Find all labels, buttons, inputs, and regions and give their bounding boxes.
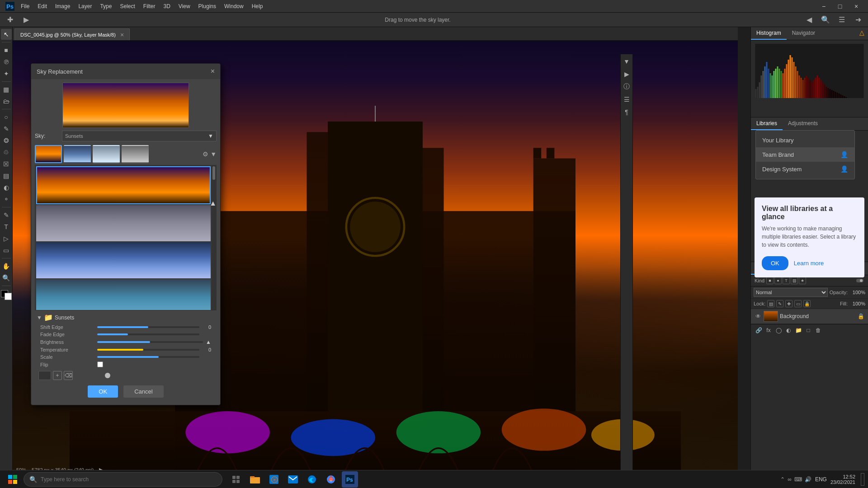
mail-button[interactable] [285,471,301,488]
menu-edit[interactable]: Edit [34,1,51,11]
paragraph-icon[interactable]: ¶ [621,107,632,117]
history-panel-icon[interactable]: ▼ [621,56,632,67]
shape-tool[interactable]: ▭ [1,245,12,256]
maximize-button[interactable]: □ [832,0,848,13]
navigator-tab[interactable]: Navigator [787,27,821,40]
brush-tool[interactable]: ✎ [1,123,12,134]
menu-type[interactable]: Type [96,1,115,11]
link-layers-icon[interactable]: 🔗 [755,326,763,334]
histogram-tab[interactable]: Histogram [751,27,787,40]
fade-edge-slider[interactable] [97,333,199,335]
lock-artboard-icon[interactable]: ▭ [794,300,802,307]
gradient-tool[interactable]: ▤ [1,170,12,181]
history-icon[interactable]: ◀ [803,14,816,26]
sky-thumb-overcast[interactable] [122,145,149,163]
network-icon[interactable]: ∞ [788,476,792,483]
dialog-close-button[interactable]: × [211,67,215,75]
edge-button[interactable] [304,471,320,488]
lock-position-icon[interactable]: ✚ [785,300,793,307]
sky-selected-item[interactable] [36,166,211,204]
add-mask-icon[interactable]: ◯ [774,326,783,334]
minimize-button[interactable]: − [816,0,832,13]
footer-slider-thumb[interactable] [105,373,110,378]
lasso-tool[interactable]: ℗ [1,56,12,67]
task-view-button[interactable] [228,471,244,488]
system-clock[interactable]: 12:52 23/02/2021 [830,474,855,485]
sound-icon[interactable]: 🔊 [805,476,811,483]
new-group-icon[interactable]: 📁 [794,326,802,334]
tab-close-button[interactable]: × [120,31,124,38]
scroll-up-button[interactable]: ▲ [209,199,217,207]
sky-item-blue[interactable] [36,242,211,278]
properties-icon[interactable]: ☰ [621,94,632,105]
lock-all-icon[interactable]: 🔒 [803,300,811,307]
sky-folder-thumb[interactable] [38,371,51,380]
show-desktop-button[interactable] [861,473,864,486]
sunsets-group-header[interactable]: ▼ 📁 Sunsets [35,310,217,324]
blur-tool[interactable]: ◐ [1,182,12,193]
zoom-tool[interactable]: 🔍 [1,272,12,283]
path-select-tool[interactable]: ▷ [1,233,12,244]
gear-icon[interactable]: ⚙ ▼ [203,150,217,158]
menu-layer[interactable]: Layer [75,1,95,11]
text-tool[interactable]: T [1,221,12,232]
sky-thumb-clear[interactable] [93,145,120,163]
clone-stamp-tool[interactable]: ❂ [1,135,12,146]
lock-transparency-icon[interactable]: ▤ [767,300,774,307]
sky-item-dark[interactable] [36,279,211,310]
menu-file[interactable]: File [17,1,33,11]
taskbar-search-input[interactable] [41,476,217,483]
new-adjustment-icon[interactable]: ◐ [784,326,793,334]
background-color[interactable] [5,293,12,300]
layer-mode-dropdown[interactable]: Normal [754,288,828,297]
ok-button[interactable]: OK [88,385,118,398]
opacity-value[interactable]: 100% [849,290,865,295]
design-system-item[interactable]: Design System 👤 [756,162,854,176]
menu-window[interactable]: Window [221,1,247,11]
brightness-up[interactable]: ▲ [206,339,211,345]
eraser-tool[interactable]: ☒ [1,159,12,169]
selection-tool[interactable]: ■ [1,45,12,56]
scale-slider[interactable] [97,356,199,358]
chrome-button[interactable] [323,471,339,488]
start-button[interactable] [4,470,22,488]
store-button[interactable]: 🛞 [266,471,282,488]
libraries-tab[interactable]: Libraries [751,117,783,130]
menu-select[interactable]: Select [116,1,138,11]
options-icon-2[interactable]: ▶ [20,14,33,26]
pen-tool[interactable]: ✎ [1,210,12,221]
team-brand-item[interactable]: Team Brand 👤 [756,147,854,162]
menu-filter[interactable]: Filter [140,1,159,11]
crop-tool[interactable]: ▦ [1,84,12,95]
battery-icon[interactable]: ⌨ [794,476,802,483]
delete-layer-icon[interactable]: 🗑 [814,326,822,334]
history-brush-tool[interactable]: ♲ [1,147,12,158]
lock-pixels-icon[interactable]: ✎ [776,300,783,307]
shift-edge-slider[interactable] [97,326,199,328]
dialog-header[interactable]: Sky Replacement × [31,64,220,79]
healing-tool[interactable]: ○ [1,112,12,122]
cancel-button[interactable]: Cancel [123,385,163,398]
sky-thumb-sunset[interactable] [35,145,62,163]
menu-image[interactable]: Image [52,1,74,11]
sky-add-button[interactable]: + [53,371,62,380]
sky-scroll-list[interactable] [35,165,212,310]
workspace-icon[interactable]: ☰ [835,14,848,26]
library-learn-more-button[interactable]: Learn more [794,260,824,267]
language-badge[interactable]: ENG [815,476,827,483]
library-ok-button[interactable]: OK [762,256,788,270]
flip-checkbox[interactable] [97,361,103,367]
menu-view[interactable]: View [175,1,194,11]
temperature-slider[interactable] [97,349,199,351]
sky-dropdown[interactable]: Sunsets ▼ [62,131,217,141]
sky-item-cloudy[interactable] [36,205,211,241]
hand-tool[interactable]: ✋ [1,261,12,272]
move-tool[interactable]: ↖ [1,29,12,40]
sky-delete-button[interactable]: ⌫ [64,371,73,380]
menu-plugins[interactable]: Plugins [195,1,220,11]
close-button[interactable]: × [848,0,864,13]
layer-background-item[interactable]: 👁 Background 🔒 [751,309,868,324]
your-library-item[interactable]: Your Library [756,133,854,147]
layer-effects-icon[interactable]: fx [764,326,773,334]
taskbar-search-box[interactable]: 🔍 [24,472,222,487]
